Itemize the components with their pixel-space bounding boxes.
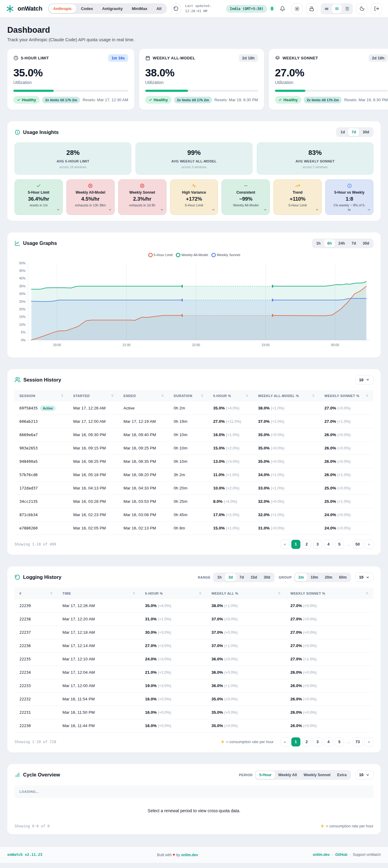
logging-col-weekly-all-[interactable]: WEEKLY ALL %⇅: [206, 588, 285, 599]
cycle-loading: LOADING...: [14, 785, 374, 798]
cycle-period-weekly-all[interactable]: Weekly All: [275, 771, 300, 779]
sessions-col-weekly-all-model-[interactable]: WEEKLY ALL-MODEL %⇅: [253, 390, 320, 402]
graphs-range-6h[interactable]: 6h: [324, 240, 335, 247]
onllm-link[interactable]: onllm.dev: [313, 852, 330, 857]
theme-toggle-button[interactable]: [356, 3, 367, 14]
log-row-22231: 22231Mar 16, 11:50 PM16.0%(+0.0%)35.0%(+…: [14, 706, 374, 719]
logging-table: #⇅TIME⇅5-HOUR %⇅WEEKLY ALL %⇅WEEKLY SONN…: [14, 588, 374, 733]
density-spacious-button[interactable]: [342, 4, 352, 13]
insights-title: Usage Insights: [23, 129, 59, 135]
insight-card-trend[interactable]: Trend+110%5-Hour Limit: [273, 179, 322, 215]
insights-range-30d[interactable]: 30d: [359, 128, 372, 136]
insight-card-high-variance[interactable]: High Variance+172%5-Hour Limit: [170, 179, 218, 215]
product-tab-minimax[interactable]: MiniMax: [127, 4, 152, 13]
svg-text:21:00: 21:00: [122, 343, 130, 347]
logging-page-4[interactable]: 4: [324, 737, 333, 746]
topbar: onWatch AnthropicCodexAntigravityMiniMax…: [0, 0, 388, 18]
density-compact-button[interactable]: [322, 4, 331, 13]
legend-item-5-hour-limit[interactable]: 5-Hour Limit: [148, 252, 173, 258]
density-comfortable-button[interactable]: [332, 4, 341, 13]
logging-col-5-hour-[interactable]: 5-HOUR %⇅: [140, 588, 206, 599]
logging-per-page-select[interactable]: 10: [355, 572, 374, 582]
chevron-down-icon: [366, 773, 369, 777]
support-link[interactable]: Support onWatch: [353, 852, 381, 857]
range-label: RANGE: [198, 576, 210, 579]
graphs-range-24h[interactable]: 24h: [335, 240, 348, 247]
sessions-col-session[interactable]: SESSION⇅: [14, 390, 68, 402]
refresh-button[interactable]: [171, 3, 182, 14]
settings-button[interactable]: [292, 3, 302, 14]
cycle-period-weekly-sonnet[interactable]: Weekly Sonnet: [300, 771, 334, 779]
github-link[interactable]: GitHub: [335, 852, 348, 857]
sessions-col-duration[interactable]: DURATION⇅: [169, 390, 208, 402]
sessions-page-4[interactable]: 4: [324, 540, 333, 549]
sessions-col-started[interactable]: STARTED⇅: [68, 390, 119, 402]
legend-label: Weekly Sonnet: [217, 253, 240, 257]
logging-group-10m[interactable]: 10m: [307, 574, 321, 581]
insights-range-7d[interactable]: 7d: [348, 128, 359, 136]
logging-range-1h[interactable]: 1h: [214, 574, 225, 581]
sessions-page-2[interactable]: 2: [302, 540, 311, 549]
sessions-col-5-hour-[interactable]: 5-HOUR %⇅: [208, 390, 253, 402]
insight-card-consistent[interactable]: Consistent~99%Weekly All-Model: [221, 179, 270, 215]
legend-item-weekly-all-model[interactable]: Weekly All-Model: [176, 252, 208, 258]
svg-text:20:00: 20:00: [53, 343, 61, 347]
logging-col-time[interactable]: TIME⇅: [58, 588, 140, 599]
logging-group-2m[interactable]: 2m: [295, 574, 307, 581]
logging-col-weekly-sonnet-[interactable]: WEEKLY SONNET %⇅: [286, 588, 374, 599]
sessions-page-prev[interactable]: «: [280, 540, 290, 549]
logging-page-prev[interactable]: «: [280, 737, 290, 746]
cycle-period-extra[interactable]: Extra: [334, 771, 350, 779]
log-number: 22233: [20, 683, 31, 688]
graphs-range-30d[interactable]: 30d: [359, 240, 372, 247]
logging-page-next[interactable]: »: [364, 737, 374, 746]
notifications-button[interactable]: [277, 3, 288, 14]
sessions-page-3[interactable]: 3: [313, 540, 322, 549]
sessions-page-1[interactable]: 1: [291, 540, 300, 549]
sessions-page-next[interactable]: »: [364, 540, 374, 549]
insight-card-weekly-sonnet[interactable]: Weekly Sonnet2.3%/hrexhausts in 1d 8h: [118, 179, 167, 215]
builder-link[interactable]: onllm.dev: [181, 853, 198, 857]
graphs-range-1h[interactable]: 1h: [313, 240, 324, 247]
logging-range-15d[interactable]: 15d: [247, 574, 260, 581]
cycle-per-page-select[interactable]: 10: [355, 770, 374, 779]
lock-button[interactable]: [306, 3, 317, 14]
insight-card-weekly-all-model[interactable]: Weekly All-Model4.5%/hrexhausts in 13h 3…: [66, 179, 115, 215]
insight-card-title: 5-Hour Limit: [28, 190, 50, 194]
sessions-page-50[interactable]: 50: [353, 540, 362, 549]
logout-button[interactable]: [371, 3, 382, 14]
legend-item-weekly-sonnet[interactable]: Weekly Sonnet: [211, 252, 240, 258]
sessions-page-5[interactable]: 5: [335, 540, 344, 549]
product-tab-all[interactable]: All: [152, 4, 166, 13]
insights-range-1d[interactable]: 1d: [337, 128, 348, 136]
logging-range-3d[interactable]: 3d: [225, 574, 236, 581]
logging-page-73[interactable]: 73: [353, 737, 362, 746]
product-tab-anthropic[interactable]: Anthropic: [49, 4, 77, 13]
check-icon: [17, 98, 20, 101]
logging-page-2[interactable]: 2: [302, 737, 311, 746]
insight-card-5-hour-limit[interactable]: 5-Hour Limit36.4%/hrresets in 1m: [14, 179, 63, 215]
logging-page-1[interactable]: 1: [291, 737, 300, 746]
product-tab-codex[interactable]: Codex: [77, 4, 98, 13]
timezone-badge[interactable]: India (GMT+5:30): [226, 5, 267, 13]
logging-group-60m[interactable]: 60m: [336, 574, 350, 581]
cycle-period-5-hour[interactable]: 5-Hour: [256, 771, 275, 779]
countdown-badge: 2d 18h: [368, 54, 388, 62]
check-icon: [149, 98, 152, 101]
logging-page-3[interactable]: 3: [313, 737, 322, 746]
history-icon: [14, 574, 20, 580]
sessions-per-page-select[interactable]: 10: [355, 375, 374, 384]
logging-col--[interactable]: #⇅: [14, 588, 58, 599]
logging-page-5[interactable]: 5: [335, 737, 344, 746]
insight-card-5-hour-vs-weekly[interactable]: 5-Hour vs Weekly1:81% weekly ~ 8% of 5-h…: [325, 179, 374, 215]
graphs-range-7d[interactable]: 7d: [348, 240, 359, 247]
product-tab-antigravity[interactable]: Antigravity: [98, 4, 127, 13]
logging-history-section: Logging History RANGE 1h3d7d15d30d GROUP…: [7, 566, 381, 752]
sort-icon: ⇅: [161, 394, 164, 397]
logging-range-30d[interactable]: 30d: [260, 574, 274, 581]
sessions-col-weekly-sonnet-[interactable]: WEEKLY SONNET %⇅: [320, 390, 374, 402]
brand-logo-asterisk-icon: [6, 5, 14, 13]
sessions-col-ended[interactable]: ENDED⇅: [119, 390, 169, 402]
logging-range-7d[interactable]: 7d: [236, 574, 247, 581]
logging-group-20m[interactable]: 20m: [321, 574, 335, 581]
